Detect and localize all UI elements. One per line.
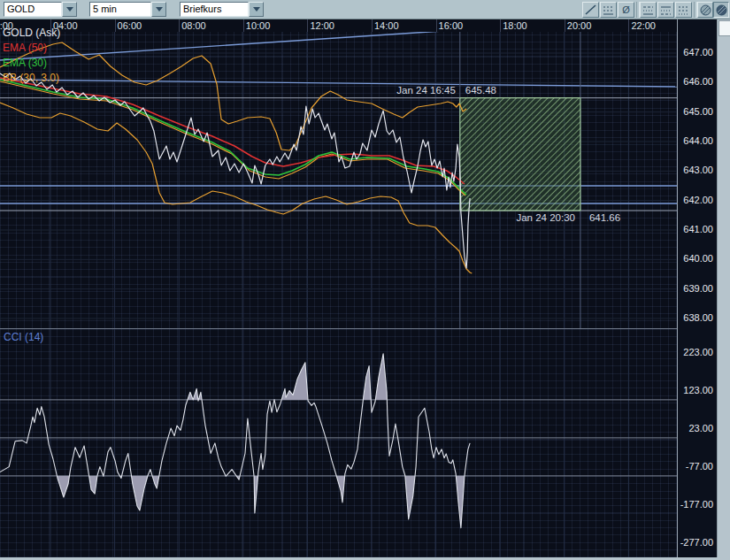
- interval-dropdown-button[interactable]: [151, 2, 166, 17]
- chevron-down-icon: [66, 7, 73, 12]
- legend-item: EMA (50): [3, 42, 60, 57]
- symbol-combobox[interactable]: GOLD: [4, 2, 77, 17]
- period-lines-icon: [660, 4, 672, 15]
- period-separator-2-button[interactable]: [657, 2, 674, 18]
- price-axis-label: 644.00: [683, 135, 713, 146]
- cci-extreme-fill: [0, 354, 470, 528]
- time-axis-label: 20:00: [567, 20, 592, 31]
- legend-item: EMA (30): [3, 57, 60, 72]
- cci-axis-label: -77.00: [686, 461, 713, 472]
- measure-start-price-label: 645.48: [465, 85, 496, 96]
- horizontal-line-tool-button[interactable]: [600, 2, 617, 18]
- trend-line-icon: [585, 4, 596, 15]
- time-axis-tick: [307, 19, 308, 32]
- time-axis-label: 14:00: [374, 20, 399, 31]
- time-axis-tick: [628, 19, 629, 32]
- cci-axis-label: -177.00: [680, 499, 713, 510]
- price-axis-label: 639.00: [683, 283, 713, 294]
- trend-line-tool-button[interactable]: [582, 2, 599, 18]
- time-axis-tick: [436, 19, 437, 32]
- cci-indicator-label: CCI (14): [4, 331, 43, 343]
- measurement-box[interactable]: [460, 98, 580, 211]
- scrollbar-top-button[interactable]: [718, 20, 730, 36]
- period-lines-icon: [678, 4, 689, 15]
- time-axis-tick: [179, 19, 180, 32]
- legend: GOLD (Ask)EMA (50)EMA (30)BB (30, 3.0): [3, 27, 60, 87]
- period-separator-3-button[interactable]: [675, 2, 692, 18]
- price-axis-label: 643.00: [683, 165, 713, 175]
- time-axis-label: 22:00: [631, 20, 656, 31]
- series-bb-lower-30-3-0-: [0, 103, 472, 273]
- window-scrollbar[interactable]: [717, 19, 730, 560]
- series-cci-14: [0, 354, 470, 528]
- time-axis-label: 12:00: [310, 20, 334, 31]
- time-axis-tick: [115, 19, 116, 32]
- quote-type-dropdown-button[interactable]: [249, 2, 264, 17]
- toolbar: GOLD 5 min Briefkurs Ø: [0, 0, 730, 19]
- price-axis[interactable]: 647.00646.00645.00644.00643.00642.00641.…: [677, 19, 717, 557]
- period-lines-icon: [642, 4, 654, 15]
- price-axis-label: 642.00: [683, 195, 713, 205]
- time-axis-label: 16:00: [439, 20, 464, 31]
- time-axis-tick: [243, 19, 244, 32]
- panel-separator[interactable]: [0, 328, 717, 329]
- hatch-circle-dark-button[interactable]: [713, 2, 729, 18]
- period-separator-1-button[interactable]: [640, 2, 657, 18]
- horizontal-lines-icon: [603, 4, 614, 15]
- chart-application-window: GOLD 5 min Briefkurs Ø: [0, 0, 730, 560]
- cci-axis-label: 23.00: [688, 423, 713, 433]
- measure-end-time-label: Jan 24 20:30: [516, 212, 575, 223]
- price-axis-label: 638.00: [683, 312, 713, 323]
- time-axis-tick: [565, 19, 565, 32]
- empty-set-icon: Ø: [622, 5, 630, 15]
- chevron-down-icon: [253, 7, 260, 12]
- measure-start-time-label: Jan 24 16:45: [396, 85, 456, 96]
- trendline[interactable]: [0, 80, 677, 87]
- interval-combobox[interactable]: 5 min: [89, 2, 166, 17]
- cci-extreme-fill: [0, 354, 470, 528]
- cci-chart-plot[interactable]: [0, 329, 677, 557]
- quote-type-combobox[interactable]: Briefkurs: [180, 2, 264, 17]
- symbol-dropdown-button[interactable]: [62, 2, 77, 17]
- measure-end-price-label: 641.66: [589, 212, 620, 223]
- chevron-down-icon: [156, 7, 163, 12]
- time-axis-label: 18:00: [503, 20, 527, 31]
- price-chart-plot[interactable]: Jan 24 16:45645.48Jan 24 20:30641.66: [0, 19, 677, 328]
- price-axis-label: 646.00: [683, 76, 713, 87]
- price-axis-label: 640.00: [683, 253, 713, 264]
- interval-value[interactable]: 5 min: [89, 2, 151, 17]
- legend-item: BB (30, 3.0): [3, 72, 60, 87]
- hatch-circle-light-icon: [700, 4, 711, 16]
- price-axis-label: 647.00: [683, 47, 713, 58]
- symbol-value[interactable]: GOLD: [4, 2, 62, 17]
- time-axis-tick: [500, 19, 501, 32]
- legend-item: GOLD (Ask): [3, 27, 60, 42]
- time-axis[interactable]: 02:0004:0006:0008:0010:0012:0014:0016:00…: [0, 19, 677, 32]
- cci-axis-label: 123.00: [683, 385, 713, 395]
- time-axis-tick: [372, 19, 373, 32]
- time-axis-label: 10:00: [246, 20, 271, 31]
- quote-type-value[interactable]: Briefkurs: [180, 2, 249, 17]
- hatch-circle-light-button[interactable]: [697, 2, 713, 18]
- cci-axis-label: -277.00: [680, 537, 713, 548]
- clear-drawings-button[interactable]: Ø: [618, 2, 634, 18]
- cci-axis-label: 223.00: [683, 347, 713, 357]
- hatch-circle-dark-icon: [716, 4, 727, 16]
- time-axis-label: 08:00: [181, 20, 206, 31]
- series-bb-upper-30-3-0-: [0, 42, 466, 150]
- price-axis-label: 641.00: [683, 224, 713, 234]
- time-axis-label: 06:00: [118, 20, 142, 31]
- price-axis-label: 645.00: [683, 106, 713, 117]
